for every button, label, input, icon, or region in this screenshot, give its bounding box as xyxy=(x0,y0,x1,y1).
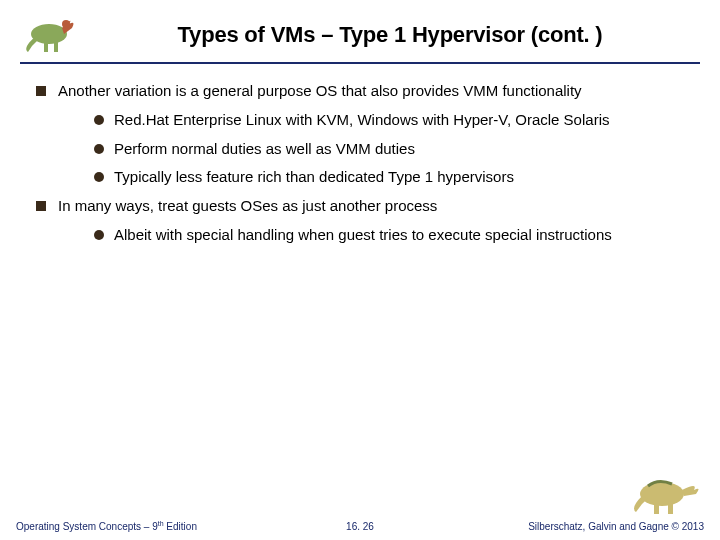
bullet-text: Typically less feature rich than dedicat… xyxy=(114,168,514,185)
footer-left: Operating System Concepts – 9th Edition xyxy=(16,520,245,532)
bullet-text: Another variation is a general purpose O… xyxy=(58,82,582,99)
svg-rect-2 xyxy=(54,40,58,52)
bullet-level2: Red.Hat Enterprise Linux with KVM, Windo… xyxy=(58,111,690,130)
bullet-level2: Albeit with special handling when guest … xyxy=(58,226,690,245)
footer-right: Silberschatz, Galvin and Gagne © 2013 xyxy=(475,521,704,532)
svg-point-3 xyxy=(62,20,70,28)
bullet-text: Red.Hat Enterprise Linux with KVM, Windo… xyxy=(114,111,609,128)
dinosaur-left-icon xyxy=(14,6,84,56)
bullet-level2: Perform normal duties as well as VMM dut… xyxy=(58,140,690,159)
footer-authors: Silberschatz, Galvin and Gagne xyxy=(528,521,671,532)
svg-rect-5 xyxy=(654,502,659,514)
dinosaur-right-icon xyxy=(628,464,706,516)
slide-footer: Operating System Concepts – 9th Edition … xyxy=(0,520,720,532)
slide-title: Types of VMs – Type 1 Hypervisor (cont. … xyxy=(20,22,700,48)
footer-page-number: 16. 26 xyxy=(245,521,474,532)
bullet-text: Albeit with special handling when guest … xyxy=(114,226,612,243)
svg-rect-6 xyxy=(668,502,673,514)
bullet-text: In many ways, treat guests OSes as just … xyxy=(58,197,437,214)
footer-book-prefix: Operating System Concepts – 9 xyxy=(16,521,158,532)
copyright-symbol: © xyxy=(672,521,679,532)
bullet-level1: In many ways, treat guests OSes as just … xyxy=(30,197,690,245)
bullet-level1: Another variation is a general purpose O… xyxy=(30,82,690,187)
footer-book-suffix: Edition xyxy=(164,521,197,532)
svg-point-4 xyxy=(640,482,684,506)
slide-header: Types of VMs – Type 1 Hypervisor (cont. … xyxy=(0,0,720,58)
footer-year: 2013 xyxy=(682,521,704,532)
bullet-level2: Typically less feature rich than dedicat… xyxy=(58,168,690,187)
svg-rect-1 xyxy=(44,40,48,52)
bullet-text: Perform normal duties as well as VMM dut… xyxy=(114,140,415,157)
slide-content: Another variation is a general purpose O… xyxy=(0,64,720,245)
